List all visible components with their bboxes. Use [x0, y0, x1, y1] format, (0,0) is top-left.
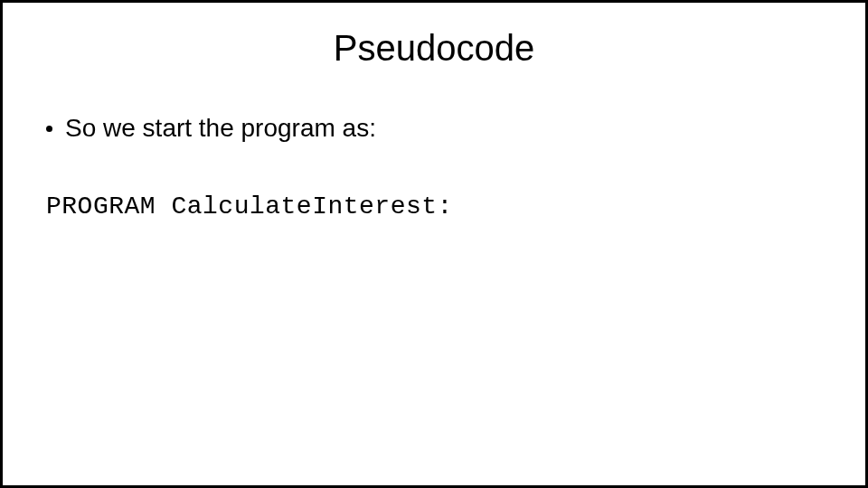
slide-title: Pseudocode [39, 28, 829, 69]
bullet-item: So we start the program as: [46, 114, 829, 143]
bullet-text: So we start the program as: [65, 114, 376, 143]
bullet-icon [46, 126, 52, 132]
pseudocode-line: PROGRAM CalculateInterest: [46, 192, 829, 221]
slide-container: Pseudocode So we start the program as: P… [0, 0, 868, 488]
